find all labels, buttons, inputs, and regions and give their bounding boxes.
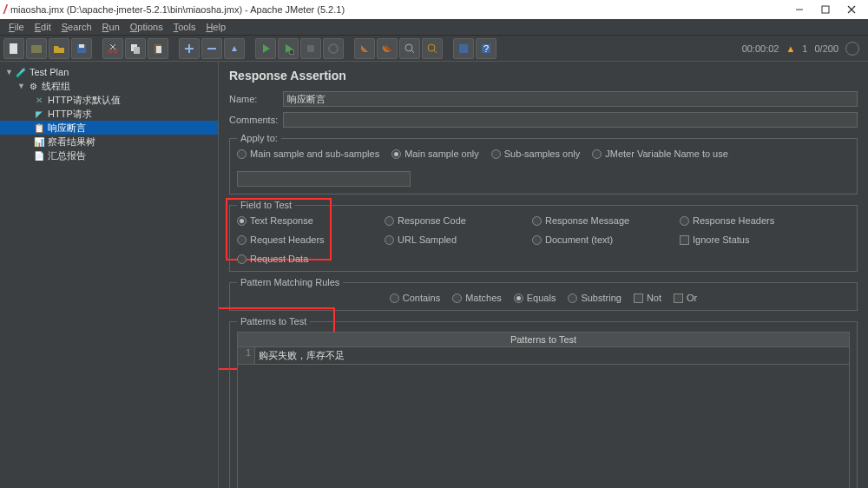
menu-run[interactable]: Run [97, 20, 125, 34]
field-response-headers[interactable]: Response Headers [680, 215, 827, 226]
field-fieldset: Field to Test Text Response Response Cod… [229, 200, 858, 272]
paste-icon[interactable] [148, 38, 168, 59]
svg-rect-20 [307, 45, 314, 52]
match-equals[interactable]: Equals [514, 293, 556, 303]
match-not[interactable]: Not [634, 293, 661, 303]
svg-line-23 [411, 50, 414, 53]
match-or[interactable]: Or [674, 293, 697, 303]
clear-all-icon[interactable] [377, 38, 398, 59]
reset-search-icon[interactable] [422, 38, 443, 59]
field-request-headers[interactable]: Request Headers [237, 234, 385, 245]
expand-icon[interactable] [179, 38, 200, 59]
apply-main-sub[interactable]: Main sample and sub-samples [237, 148, 379, 159]
variable-name-input[interactable] [237, 171, 411, 187]
field-ignore-status[interactable]: Ignore Status [680, 234, 827, 245]
menu-file[interactable]: File [3, 20, 30, 34]
shutdown-icon[interactable] [323, 38, 344, 59]
menubar: File Edit Search Run Options Tools Help [0, 19, 868, 36]
tree-http-defaults[interactable]: ✕ HTTP请求默认值 [0, 93, 218, 107]
help-icon[interactable]: ? [476, 38, 496, 59]
svg-text:?: ? [483, 43, 489, 54]
svg-line-25 [434, 50, 437, 53]
cut-icon[interactable] [102, 38, 123, 59]
svg-rect-26 [459, 44, 468, 53]
svg-rect-15 [156, 46, 161, 53]
copy-icon[interactable] [125, 38, 146, 59]
menu-help[interactable]: Help [201, 20, 231, 34]
field-document-text[interactable]: Document (text) [532, 234, 680, 245]
match-legend: Pattern Matching Rules [237, 277, 343, 287]
chevron-down-icon[interactable]: ▼ [17, 82, 24, 90]
patterns-body[interactable] [237, 365, 850, 488]
app-icon: / [3, 3, 7, 16]
stop-icon[interactable] [300, 38, 321, 59]
svg-point-21 [329, 44, 338, 53]
tree-label: 察看结果树 [48, 135, 95, 148]
tree-thread-group[interactable]: ▼ ⚙ 线程组 [0, 79, 218, 93]
match-matches[interactable]: Matches [452, 293, 502, 303]
tree-results-tree[interactable]: 📊 察看结果树 [0, 135, 218, 148]
patterns-header: Patterns to Test [237, 332, 850, 347]
flask-icon: 🧪 [15, 66, 27, 78]
window-title: miaosha.jmx (D:\apache-jmeter-5.2.1\bin\… [10, 4, 786, 15]
toolbar-status: 00:00:02 ▲ 1 0/200 [742, 42, 865, 56]
config-icon: ✕ [33, 94, 45, 106]
page-title: Response Assertion [229, 69, 858, 82]
start-icon[interactable] [255, 38, 276, 59]
field-legend: Field to Test [237, 200, 295, 210]
field-response-message[interactable]: Response Message [532, 215, 680, 226]
patterns-row-1[interactable]: 1 购买失败，库存不足 [237, 347, 850, 365]
field-url-sampled[interactable]: URL Sampled [385, 234, 532, 245]
patterns-fieldset: Patterns to Test Patterns to Test 1 购买失败… [229, 316, 858, 488]
menu-tools[interactable]: Tools [168, 20, 201, 34]
collapse-icon[interactable] [201, 38, 222, 59]
menu-options[interactable]: Options [125, 20, 168, 34]
clear-icon[interactable] [354, 38, 375, 59]
tree-panel[interactable]: ▼ 🧪 Test Plan ▼ ⚙ 线程组 ✕ HTTP请求默认值 ◤ HTTP… [0, 62, 219, 488]
tree-root[interactable]: ▼ 🧪 Test Plan [0, 65, 218, 79]
toggle-icon[interactable] [224, 38, 245, 59]
maximize-button[interactable] [812, 0, 838, 19]
templates-icon[interactable] [26, 38, 47, 59]
warning-icon[interactable]: ▲ [786, 43, 795, 54]
patterns-legend: Patterns to Test [237, 316, 310, 326]
tree-label: HTTP请求默认值 [48, 94, 121, 107]
match-substring[interactable]: Substring [568, 293, 621, 303]
chevron-down-icon[interactable]: ▼ [5, 68, 12, 76]
gauge-icon[interactable] [845, 42, 859, 56]
field-options: Text Response Response Code Response Mes… [237, 215, 850, 264]
close-button[interactable] [838, 0, 865, 19]
field-request-data[interactable]: Request Data [237, 254, 385, 264]
svg-point-19 [289, 49, 294, 55]
field-response-code[interactable]: Response Code [385, 215, 532, 226]
save-icon[interactable] [71, 38, 92, 59]
tree-summary-report[interactable]: 📄 汇总报告 [0, 148, 218, 162]
menu-edit[interactable]: Edit [30, 20, 56, 34]
comments-input[interactable] [283, 112, 858, 128]
comments-row: Comments: [229, 112, 858, 128]
threads-count: 0/200 [814, 43, 838, 54]
start-noTimers-icon[interactable] [278, 38, 299, 59]
new-icon[interactable] [3, 38, 24, 59]
apply-sub-only[interactable]: Sub-samples only [491, 148, 580, 159]
menu-search[interactable]: Search [56, 20, 97, 34]
name-input[interactable] [283, 91, 858, 107]
open-icon[interactable] [49, 38, 69, 59]
function-helper-icon[interactable] [453, 38, 474, 59]
search-icon[interactable] [399, 38, 420, 59]
apply-main-only[interactable]: Main sample only [391, 148, 479, 159]
field-text-response[interactable]: Text Response [237, 215, 385, 226]
gear-icon: ⚙ [27, 80, 39, 92]
svg-rect-1 [822, 6, 829, 13]
report-icon: 📄 [33, 149, 45, 162]
tree-response-assertion[interactable]: 📋 响应断言 [0, 121, 218, 135]
tree-label: HTTP请求 [48, 108, 92, 121]
minimize-button[interactable] [786, 0, 812, 19]
apply-variable[interactable]: JMeter Variable Name to use [592, 148, 728, 159]
pattern-value[interactable]: 购买失败，库存不足 [255, 347, 849, 364]
match-contains[interactable]: Contains [390, 293, 440, 303]
assertion-icon: 📋 [33, 122, 45, 134]
svg-rect-5 [31, 45, 42, 53]
name-label: Name: [229, 94, 278, 104]
tree-http-request[interactable]: ◤ HTTP请求 [0, 107, 218, 121]
